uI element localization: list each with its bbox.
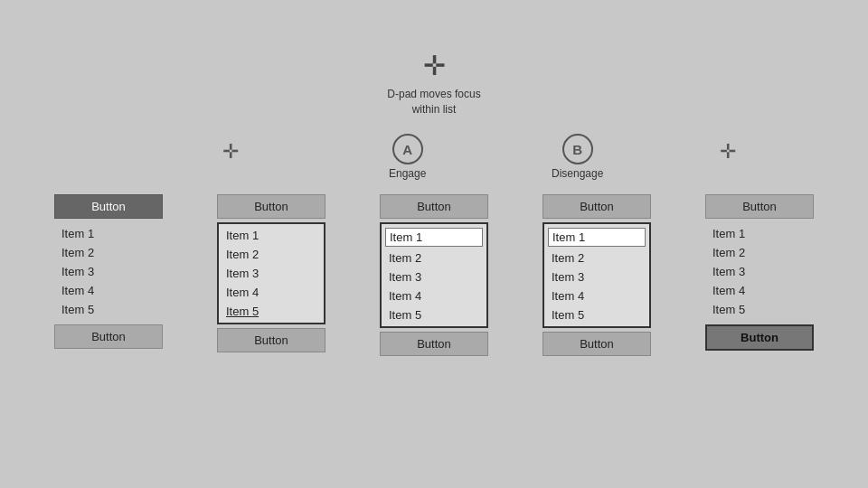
list-item: Item 3 [54,262,163,281]
dpad-icon: ✛ [423,50,446,81]
info-description: D-pad moves focuswithin list [387,87,480,117]
column-1: Button Item 1 Item 2 Item 3 Item 4 Item … [50,194,167,349]
disengage-block: B Disengage [552,134,603,180]
col3-bottom-button[interactable]: Button [380,332,488,356]
list-item: Item 1 [705,224,814,243]
list-item: Item 4 [54,281,163,300]
col2-top-button[interactable]: Button [217,194,326,219]
list-item: Item 2 [544,249,649,267]
col2-dpad-icon: ✛ [222,140,239,164]
list-item: Item 5 [544,305,649,324]
list-item: Item 3 [382,267,486,286]
list-item: Item 5 [705,300,814,319]
column-3: Button Item 1 Item 2 Item 3 Item 4 Item … [375,194,493,356]
list-item: Item 5 [219,302,324,321]
column-5: Button Item 1 Item 2 Item 3 Item 4 Item … [701,194,818,351]
list-item: Item 2 [219,245,324,264]
col5-bottom-button[interactable]: Button [705,324,814,351]
engage-label: Engage [389,167,426,180]
list-item: Item 2 [705,243,814,262]
columns-container: Button Item 1 Item 2 Item 3 Item 4 Item … [0,194,868,356]
col4-list[interactable]: Item 1 Item 2 Item 3 Item 4 Item 5 [542,222,651,328]
list-item: Item 3 [705,262,814,281]
col1-bottom-button[interactable]: Button [54,324,163,349]
col5-dpad-icon: ✛ [720,140,736,164]
col1-list: Item 1 Item 2 Item 3 Item 4 Item 5 [54,222,163,321]
list-item: Item 4 [219,283,324,302]
list-item: Item 1 [219,226,324,245]
col2-list[interactable]: Item 1 Item 2 Item 3 Item 4 Item 5 [217,222,326,324]
col4-top-button[interactable]: Button [542,194,651,219]
col5-top-button[interactable]: Button [705,194,814,219]
list-item-selected[interactable]: Item 1 [548,228,646,247]
column-4: Button Item 1 Item 2 Item 3 Item 4 Item … [538,194,656,356]
list-item: Item 2 [382,249,486,267]
list-item-selected[interactable]: Item 1 [385,228,483,247]
col3-list[interactable]: Item 1 Item 2 Item 3 Item 4 Item 5 [380,222,488,328]
column-2: Button Item 1 Item 2 Item 3 Item 4 Item … [212,194,330,352]
engage-block: A Engage [389,134,426,180]
a-icon: A [392,134,423,164]
list-item: Item 4 [544,286,649,305]
col4-bottom-button[interactable]: Button [542,332,651,356]
list-item: Item 4 [705,281,814,300]
disengage-label: Disengage [552,167,603,180]
list-item: Item 2 [54,243,163,262]
col2-bottom-button[interactable]: Button [217,328,326,352]
list-item: Item 4 [382,286,486,305]
list-item: Item 3 [219,264,324,283]
col5-list: Item 1 Item 2 Item 3 Item 4 Item 5 [705,222,814,321]
list-item: Item 5 [54,300,163,319]
list-item: Item 3 [544,267,649,286]
col1-top-button[interactable]: Button [54,194,163,219]
list-item: Item 5 [382,305,486,324]
col3-top-button[interactable]: Button [380,194,488,219]
b-icon: B [562,134,593,164]
list-item: Item 1 [54,224,163,243]
info-block: ✛ D-pad moves focuswithin list [362,50,506,117]
